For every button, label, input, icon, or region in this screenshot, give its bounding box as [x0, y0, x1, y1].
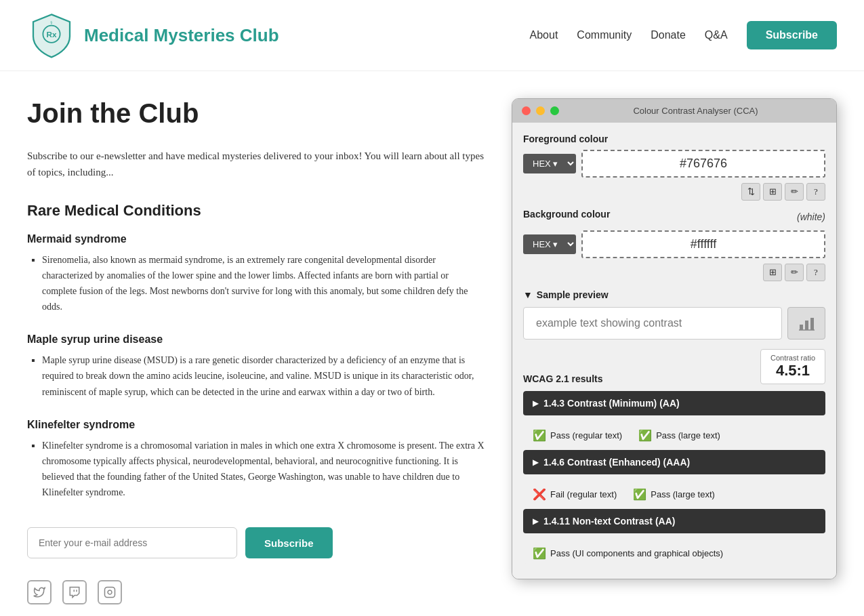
sample-preview-triangle: ▼	[523, 289, 533, 300]
background-label: Background colour	[523, 209, 610, 220]
wcag-result-label-1-0: Fail (regular text)	[550, 489, 617, 499]
wcag-result-1-0: ❌ Fail (regular text)	[533, 485, 617, 504]
content-column: Join the Club Subscribe to our e-newslet…	[27, 98, 485, 604]
contrast-ratio-label: Contrast ratio	[770, 354, 815, 362]
social-icons	[27, 580, 485, 604]
fail-icon-1-0: ❌	[533, 488, 546, 501]
fg-eyedropper-icon[interactable]: ✏	[785, 183, 804, 201]
cca-title: Colour Contrast Analyser (CCA)	[564, 106, 827, 116]
foreground-tool-icons: ⇅ ⊞ ✏ ?	[523, 183, 825, 201]
fg-settings-icon[interactable]: ⊞	[763, 183, 782, 201]
twitter-icon[interactable]	[27, 580, 52, 604]
condition-mermaid: Mermaid syndrome Sirenomelia, also known…	[27, 233, 485, 314]
foreground-label: Foreground colour	[523, 134, 825, 144]
wcag-results-2: ✅ Pass (UI components and graphical obje…	[523, 539, 825, 564]
svg-rect-3	[105, 588, 115, 598]
background-hex-input[interactable]	[581, 230, 825, 258]
bg-settings-icon[interactable]: ⊞	[763, 264, 782, 281]
contrast-ratio-box: Contrast ratio 4.5:1	[760, 349, 825, 384]
sample-preview-section: ▼ Sample preview example text showing co…	[523, 289, 825, 564]
wcag-item-header-0[interactable]: ▶ 1.4.3 Contrast (Minimum) (AA)	[523, 391, 825, 415]
contrast-ratio-value: 4.5:1	[770, 362, 815, 379]
subscribe-row: Subscribe	[27, 527, 485, 558]
background-tool-icons: ⊞ ✏ ?	[523, 264, 825, 281]
wcag-result-0-0: ✅ Pass (regular text)	[533, 426, 622, 445]
condition-name-2: Klinefelter syndrome	[27, 419, 485, 431]
titlebar-minimize-dot[interactable]	[536, 106, 545, 115]
sample-text-box: example text showing contrast	[523, 307, 782, 340]
wcag-result-label-0-1: Pass (large text)	[656, 430, 720, 440]
pass-icon-2-0: ✅	[533, 547, 546, 560]
wcag-play-icon-1: ▶	[533, 458, 538, 467]
section-title: Rare Medical Conditions	[27, 202, 485, 220]
condition-klinefelter: Klinefelter syndrome Klinefelter syndrom…	[27, 419, 485, 500]
background-format-select[interactable]: HEX ▾	[523, 234, 576, 254]
subscribe-button[interactable]: Subscribe	[245, 527, 333, 558]
twitch-icon[interactable]	[62, 580, 87, 604]
sample-preview-header[interactable]: ▼ Sample preview	[523, 289, 825, 300]
svg-rect-6	[805, 321, 808, 330]
wcag-item-label-1: 1.4.6 Contrast (Enhanced) (AAA)	[543, 457, 690, 468]
cca-titlebar: Colour Contrast Analyser (CCA)	[512, 99, 836, 123]
background-label-row: Background colour (white)	[523, 209, 825, 225]
logo-link[interactable]: Rx ⚕ Medical Mysteries Club	[27, 11, 279, 60]
intro-text: Subscribe to our e-newsletter and have m…	[27, 148, 485, 180]
wcag-play-icon-2: ▶	[533, 517, 538, 526]
nav-donate[interactable]: Donate	[651, 29, 686, 41]
sample-preview-row: example text showing contrast	[523, 307, 825, 340]
wcag-play-icon-0: ▶	[533, 399, 538, 408]
condition-text-0: Sirenomelia, also known as mermaid syndr…	[42, 252, 485, 314]
wcag-results-0: ✅ Pass (regular text) ✅ Pass (large text…	[523, 421, 825, 446]
nav-qa[interactable]: Q&A	[705, 29, 728, 41]
wcag-title: WCAG 2.1 results	[523, 373, 602, 384]
background-color-row: HEX ▾	[523, 230, 825, 258]
fg-swap-icon[interactable]: ⇅	[741, 183, 760, 201]
site-title: Medical Mysteries Club	[84, 25, 279, 46]
condition-name-0: Mermaid syndrome	[27, 233, 485, 245]
instagram-icon[interactable]	[98, 580, 122, 604]
condition-maple: Maple syrup urine disease Maple syrup ur…	[27, 333, 485, 399]
condition-name-1: Maple syrup urine disease	[27, 333, 485, 346]
nav-about[interactable]: About	[530, 29, 558, 41]
wcag-result-label-0-0: Pass (regular text)	[550, 430, 622, 440]
pass-icon-0-0: ✅	[533, 429, 546, 442]
sample-chart-button[interactable]	[787, 307, 825, 340]
pass-icon-0-1: ✅	[638, 429, 652, 442]
chart-icon	[797, 314, 816, 333]
condition-text-1: Maple syrup urine disease (MSUD) is a ra…	[42, 352, 485, 399]
nav-links: About Community Donate Q&A Subscribe	[530, 21, 837, 49]
wcag-results-header: WCAG 2.1 results Contrast ratio 4.5:1	[523, 349, 825, 384]
pass-icon-1-1: ✅	[633, 488, 646, 501]
page-heading: Join the Club	[27, 98, 485, 129]
wcag-result-label-1-1: Pass (large text)	[651, 489, 715, 499]
svg-rect-7	[810, 318, 814, 330]
wcag-item-0: ▶ 1.4.3 Contrast (Minimum) (AA) ✅ Pass (…	[523, 391, 825, 446]
foreground-format-select[interactable]: HEX ▾	[523, 154, 576, 173]
wcag-results-1: ❌ Fail (regular text) ✅ Pass (large text…	[523, 480, 825, 505]
email-input[interactable]	[27, 527, 237, 558]
fg-help-icon[interactable]: ?	[806, 183, 825, 201]
foreground-color-row: HEX ▾	[523, 150, 825, 178]
titlebar-close-dot[interactable]	[522, 106, 531, 115]
wcag-item-header-2[interactable]: ▶ 1.4.11 Non-text Contrast (AA)	[523, 509, 825, 533]
wcag-result-1-1: ✅ Pass (large text)	[633, 485, 715, 504]
wcag-result-label-2-0: Pass (UI components and graphical object…	[550, 548, 723, 558]
cca-column: Colour Contrast Analyser (CCA) Foregroun…	[512, 98, 837, 604]
bg-help-icon[interactable]: ?	[806, 264, 825, 281]
sample-preview-label: Sample preview	[537, 289, 609, 300]
background-white-label: (white)	[797, 211, 825, 222]
wcag-result-0-1: ✅ Pass (large text)	[638, 426, 720, 445]
titlebar-maximize-dot[interactable]	[550, 106, 559, 115]
nav-community[interactable]: Community	[577, 29, 632, 41]
nav-subscribe-button[interactable]: Subscribe	[747, 21, 837, 49]
wcag-item-header-1[interactable]: ▶ 1.4.6 Contrast (Enhanced) (AAA)	[523, 450, 825, 474]
bg-eyedropper-icon[interactable]: ✏	[785, 264, 804, 281]
foreground-hex-input[interactable]	[581, 150, 825, 178]
wcag-item-1: ▶ 1.4.6 Contrast (Enhanced) (AAA) ❌ Fail…	[523, 450, 825, 505]
condition-text-2: Klinefelter syndrome is a chromosomal va…	[42, 438, 485, 500]
wcag-item-2: ▶ 1.4.11 Non-text Contrast (AA) ✅ Pass (…	[523, 509, 825, 564]
svg-rect-5	[800, 325, 803, 330]
svg-text:⚕: ⚕	[50, 20, 53, 26]
cca-body: Foreground colour HEX ▾ ⇅ ⊞ ✏ ? Backgrou…	[512, 123, 836, 579]
cca-window: Colour Contrast Analyser (CCA) Foregroun…	[512, 98, 837, 579]
